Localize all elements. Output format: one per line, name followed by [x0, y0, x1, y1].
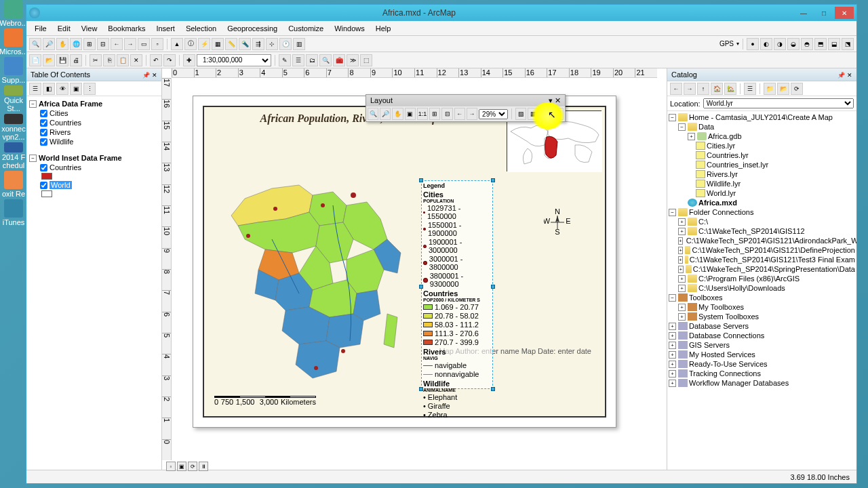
focus-data-frame-icon[interactable]: ▦: [528, 108, 538, 120]
cat-home-icon[interactable]: 🏠: [711, 83, 723, 95]
layout-whole-page-icon[interactable]: ▣: [405, 108, 416, 120]
collapse-icon[interactable]: −: [669, 114, 676, 121]
data-frame-world-inset[interactable]: World Inset Data Frame: [39, 154, 122, 162]
fixed-zoom-out-icon[interactable]: ⊟: [97, 38, 109, 50]
resize-handle[interactable]: [491, 387, 495, 391]
model-icon[interactable]: ⬚: [360, 54, 372, 66]
menu-help[interactable]: Help: [370, 22, 397, 35]
gps-label[interactable]: GPS: [719, 40, 734, 47]
cat-other-item[interactable]: Database Connections: [689, 331, 764, 340]
layout-zoom-select[interactable]: 29%: [479, 109, 508, 119]
refresh-view-icon[interactable]: ⟳: [188, 462, 197, 471]
layer-check-rivers[interactable]: [40, 129, 47, 136]
layer-wi-countries[interactable]: Countries: [50, 163, 81, 171]
layer-check-cities[interactable]: [40, 110, 47, 117]
cat-folder-item[interactable]: C:\Users\Holly\Downloads: [698, 284, 785, 292]
full-extent-icon[interactable]: 🌐: [70, 38, 82, 50]
expand-icon[interactable]: +: [669, 361, 676, 368]
select-features-icon[interactable]: ▭: [138, 38, 150, 50]
cat-other-item[interactable]: Ready-To-Use Services: [689, 360, 768, 368]
cut-icon[interactable]: ✂: [90, 54, 102, 66]
pin-icon[interactable]: 📌: [837, 72, 845, 79]
collapse-icon[interactable]: −: [669, 209, 676, 216]
swatch-white[interactable]: [41, 190, 52, 197]
desktop-icon-itunes[interactable]: iTunes: [1, 199, 26, 226]
expand-icon[interactable]: +: [678, 247, 683, 254]
cat-lyr[interactable]: Rivers.lyr: [707, 170, 738, 178]
expand-icon[interactable]: +: [669, 332, 676, 340]
desktop-icon-foxit[interactable]: oxit Re: [1, 171, 26, 198]
cat-connect-folder-icon[interactable]: 📁: [764, 83, 776, 95]
data-driven-icon[interactable]: 📑: [553, 108, 564, 120]
desktop-icon-quick[interactable]: Quick St...: [1, 85, 26, 113]
cat-folder-item[interactable]: C:\1WakeTech_SP2014\GIS112: [698, 227, 805, 235]
layer-check-countries[interactable]: [40, 119, 47, 127]
layout-pan-icon[interactable]: ✋: [392, 108, 403, 120]
expand-icon[interactable]: +: [669, 380, 676, 387]
gps-tool-8[interactable]: ⬔: [842, 38, 854, 50]
open-icon[interactable]: 📂: [43, 54, 55, 66]
expand-icon[interactable]: +: [678, 237, 683, 245]
location-select[interactable]: World.lyr: [703, 98, 854, 108]
gps-tool-3[interactable]: ◑: [774, 38, 786, 50]
menu-file[interactable]: File: [29, 22, 52, 35]
back-icon[interactable]: ←: [111, 38, 123, 50]
list-by-visibility-icon[interactable]: 👁: [56, 83, 68, 95]
html-popup-icon[interactable]: ▦: [212, 38, 224, 50]
layout-zoom-in-icon[interactable]: 🔍: [368, 108, 378, 120]
add-data-icon[interactable]: ✚: [183, 54, 195, 66]
expand-icon[interactable]: +: [678, 256, 683, 264]
cat-lyr[interactable]: Wildlife.lyr: [707, 180, 741, 188]
cat-gdb[interactable]: Africa.gdb: [708, 132, 742, 140]
find-route-icon[interactable]: ⇶: [252, 38, 264, 50]
cat-refresh-icon[interactable]: ⟳: [791, 83, 803, 95]
pin-icon[interactable]: 📌: [142, 72, 150, 79]
menu-customize[interactable]: Customize: [283, 22, 329, 35]
identify-icon[interactable]: ⓘ: [184, 38, 197, 50]
scale-select[interactable]: 1:30,000,000: [197, 54, 271, 66]
layer-cities[interactable]: Cities: [50, 109, 68, 117]
swatch-red[interactable]: [41, 173, 52, 180]
expand-icon[interactable]: +: [678, 275, 686, 283]
gps-tool-1[interactable]: ●: [747, 38, 759, 50]
cat-lyr[interactable]: Cities.lyr: [707, 142, 735, 150]
maximize-button[interactable]: □: [814, 7, 833, 19]
select-elements-icon[interactable]: ▲: [171, 38, 183, 50]
redo-icon[interactable]: ↷: [163, 54, 176, 66]
cat-disconnect-icon[interactable]: 📂: [777, 83, 789, 95]
arctool-icon[interactable]: 🧰: [333, 54, 345, 66]
cat-home[interactable]: Home - Camtasia_JULY2014\Create A Map: [689, 113, 833, 121]
expand-icon[interactable]: +: [678, 228, 686, 235]
clear-selection-icon[interactable]: ▫: [151, 38, 163, 50]
layout-forward-icon[interactable]: →: [467, 108, 477, 120]
gps-tool-7[interactable]: ⬓: [828, 38, 840, 50]
collapse-icon[interactable]: −: [669, 294, 676, 302]
map-layout-view[interactable]: 0123456789101112131415161718192021 17161…: [162, 68, 667, 470]
pan-icon[interactable]: ✋: [56, 38, 68, 50]
cat-folder-item[interactable]: C:\1WakeTech_SP2014\SpringPresentation\D…: [693, 265, 855, 273]
expand-icon[interactable]: +: [669, 342, 676, 349]
hyperlink-icon[interactable]: ⚡: [198, 38, 210, 50]
desktop-icon-webroot[interactable]: Webro...: [1, 0, 26, 27]
resize-handle[interactable]: [419, 178, 423, 182]
resize-handle[interactable]: [419, 387, 423, 391]
cat-other-item[interactable]: Workflow Manager Databases: [689, 379, 789, 387]
menu-view[interactable]: View: [76, 22, 103, 35]
desktop-icon-support[interactable]: Supp...: [1, 57, 26, 84]
cat-folder-item[interactable]: C:\: [698, 218, 708, 226]
resize-handle[interactable]: [491, 178, 495, 182]
layout-fixed-in-icon[interactable]: ⊞: [429, 108, 440, 120]
change-layout-icon[interactable]: 📐: [540, 108, 551, 120]
cat-default-icon[interactable]: 🏡: [724, 83, 736, 95]
python-icon[interactable]: ≫: [347, 54, 359, 66]
catalog-close-icon[interactable]: ✕: [847, 72, 852, 79]
menu-selection[interactable]: Selection: [180, 22, 222, 35]
cat-mytool[interactable]: My Toolboxes: [698, 303, 744, 311]
expand-icon[interactable]: +: [669, 351, 676, 359]
layout-100-icon[interactable]: 1:1: [417, 108, 428, 120]
minimize-button[interactable]: —: [794, 7, 813, 19]
toc-icon[interactable]: ☰: [292, 54, 304, 66]
fixed-zoom-in-icon[interactable]: ⊞: [83, 38, 96, 50]
list-by-selection-icon[interactable]: ▣: [70, 83, 82, 95]
layer-check-wildlife[interactable]: [40, 138, 47, 146]
